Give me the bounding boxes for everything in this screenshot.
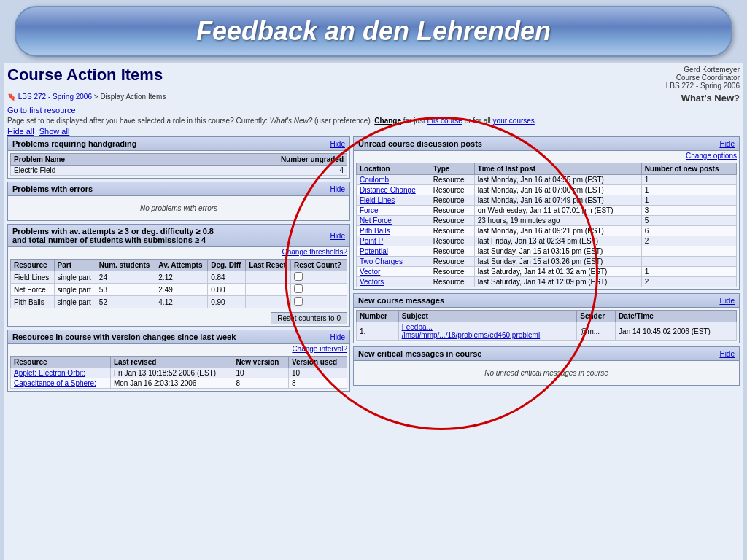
attempts-section: Problems with av. attempts ≥ 3 or deg. d… (7, 224, 350, 327)
course-title: Course Action Items (7, 66, 163, 85)
ver-row1-used: 10 (288, 368, 347, 378)
ver-row2-new: 8 (233, 378, 288, 389)
discussion-body: Location Type Time of last post Number o… (354, 160, 739, 289)
hide-all-link[interactable]: Hide all (7, 127, 34, 136)
user-name: Gerd Kortemeyer (666, 66, 740, 74)
change-thresholds-bar: Change thresholds? (8, 247, 349, 257)
ver-row2-rev: Mon Jan 16 2:03:13 2006 (110, 378, 233, 389)
disc-col3: Time of last post (474, 163, 641, 175)
ver-row2-res: Capacitance of a Sphere: (11, 378, 111, 389)
ver-row1-res: Applet: Electron Orbit: (11, 368, 111, 378)
left-column: Problems requiring handgrading Hide Prob… (7, 136, 350, 558)
msg-col3: Sender (577, 311, 616, 322)
reset-counters-btn[interactable]: Reset counters to 0 (271, 312, 347, 324)
course-title-area: Course Action Items (7, 66, 163, 85)
reset-btn-row: Reset counters to 0 (8, 311, 349, 326)
breadcrumb: 🔖 LBS 272 - Spring 2006 > Display Action… (7, 93, 740, 104)
disc-loc4: Force (357, 206, 430, 216)
row1-part: single part (54, 271, 96, 284)
disc-loc9: Two Charges (357, 257, 430, 267)
discussion-table: Location Type Time of last post Number o… (356, 163, 737, 287)
row1-reset[interactable] (291, 271, 347, 284)
change-link[interactable]: Change (374, 117, 401, 125)
breadcrumb-icon: 🔖 (7, 93, 16, 101)
discussion-hide-btn[interactable]: Hide (719, 140, 735, 148)
msg-row1-subject: Feedba.../lmsu/mmp/.../18/problems/ed460… (398, 322, 577, 341)
row1-num: 24 (96, 271, 155, 284)
whats-new[interactable]: What's New? (681, 93, 740, 104)
ver-row2-used: 8 (288, 378, 347, 389)
col-av-attempts: Av. Attempts (155, 260, 208, 271)
hide-show-bar: Hide all Show all (7, 127, 740, 136)
disc-col1: Location (357, 163, 430, 175)
change-interval-link[interactable]: Change interval? (292, 345, 347, 353)
row1-deg: 0.84 (208, 271, 246, 284)
messages-title: New course messages (358, 296, 444, 305)
title-bar: Feedback an den Lehrenden (15, 6, 732, 57)
no-critical-text: No unread critical messages in course (356, 363, 737, 383)
col-part: Part (54, 260, 96, 271)
this-course-link[interactable]: this course (427, 117, 462, 125)
disc-loc11: Vectors (357, 277, 430, 287)
msg-row1-num: 1. (357, 322, 399, 341)
page-set-text: Page set to be displayed after you have … (7, 117, 740, 125)
discussion-title: Unread course discussion posts (358, 139, 482, 148)
row1-last (246, 271, 291, 284)
msg-row1-date: Jan 14 10:45:02 2006 (EST) (616, 322, 737, 341)
breadcrumb-link1[interactable]: LBS 272 - Spring 2006 (18, 93, 92, 101)
errors-hide-btn[interactable]: Hide (330, 185, 345, 193)
show-all-link[interactable]: Show all (39, 127, 70, 136)
ver-col3: New version (233, 357, 288, 368)
errors-header: Problems with errors Hide (8, 182, 349, 196)
user-course: LBS 272 - Spring 2006 (666, 82, 740, 90)
messages-section: New course messages Hide Number Subject … (353, 293, 740, 343)
change-options-link[interactable]: Change options (686, 152, 737, 160)
col-reset-count: Reset Count? (291, 260, 347, 271)
handgrading-hide-btn[interactable]: Hide (330, 140, 345, 148)
col-last-reset: Last Reset (246, 260, 291, 271)
row3-deg: 0.90 (208, 296, 246, 308)
attempts-table: Resource Part Num. students Av. Attempts… (10, 259, 347, 308)
handgrading-table: Problem Name Number ungraded Electric Fi… (10, 153, 347, 176)
change-interval-bar: Change interval? (8, 344, 349, 354)
row3-av: 4.12 (155, 296, 208, 308)
goto-first-link[interactable]: Go to first resource (7, 106, 740, 114)
ver-row1-rev: Fri Jan 13 10:18:52 2006 (EST) (110, 368, 233, 378)
version-hide-btn[interactable]: Hide (330, 333, 345, 341)
version-header: Resources in course with version changes… (8, 330, 349, 344)
row2-reset[interactable] (291, 284, 347, 296)
attempts-hide-btn[interactable]: Hide (330, 232, 345, 240)
disc-loc2: Distance Change (357, 185, 430, 195)
version-body: Resource Last revised New version Versio… (8, 354, 349, 391)
handgrading-col1: Problem Name (11, 154, 163, 166)
row2-deg: 0.80 (208, 284, 246, 296)
msg-col1: Number (357, 311, 399, 322)
messages-header: New course messages Hide (354, 294, 739, 308)
messages-body: Number Subject Sender Date/Time 1. Feedb… (354, 308, 739, 343)
row3-reset[interactable] (291, 296, 347, 308)
errors-section: Problems with errors Hide No problems wi… (7, 182, 350, 221)
handgrading-title: Problems requiring handgrading (12, 139, 137, 148)
handgrading-row1-col2: 4 (163, 166, 347, 176)
row2-resource: Net Force (11, 284, 55, 296)
change-thresholds-link[interactable]: Change thresholds? (282, 248, 347, 256)
disc-col2: Type (430, 163, 474, 175)
your-courses-link[interactable]: your courses (493, 117, 535, 125)
row1-av: 2.12 (155, 271, 208, 284)
attempts-title2: and total number of students with submis… (12, 236, 214, 244)
row2-last (246, 284, 291, 296)
attempts-title: Problems with av. attempts ≥ 3 or deg. d… (12, 227, 214, 236)
row2-part: single part (54, 284, 96, 296)
messages-hide-btn[interactable]: Hide (719, 297, 735, 305)
right-column: Unread course discussion posts Hide Chan… (353, 136, 740, 558)
disc-loc3: Field Lines (357, 195, 430, 206)
row1-resource: Field Lines (11, 271, 55, 284)
disc-loc10: Vector (357, 267, 430, 277)
no-problems-text: No problems with errors (10, 198, 347, 218)
discussion-section: Unread course discussion posts Hide Chan… (353, 136, 740, 290)
row3-part: single part (54, 296, 96, 308)
header-section: Course Action Items Gerd Kortemeyer Cour… (7, 66, 740, 90)
ver-col2: Last revised (110, 357, 233, 368)
disc-loc8: Potential (357, 246, 430, 257)
critical-hide-btn[interactable]: Hide (719, 350, 735, 358)
